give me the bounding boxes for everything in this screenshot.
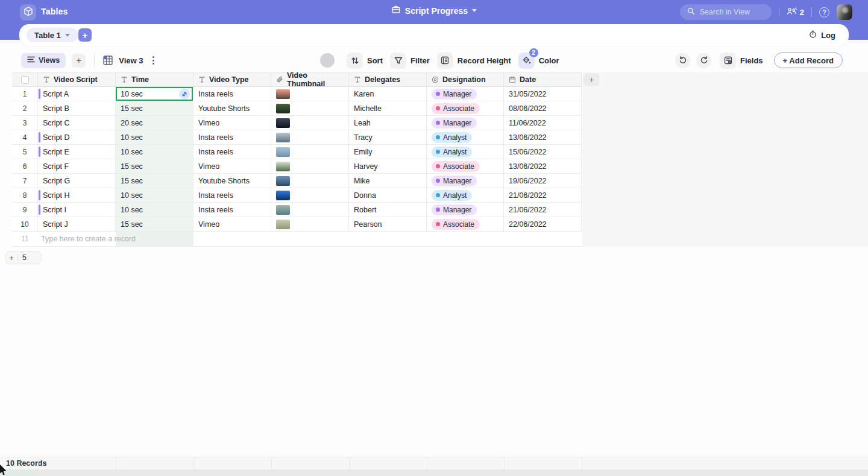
cell-video-thumbnail[interactable]	[271, 101, 349, 115]
cell-date[interactable]: 13/06/2022	[504, 159, 582, 173]
collapsed-tool-button[interactable]	[320, 53, 335, 68]
row-number[interactable]: 10	[12, 217, 38, 231]
cell-delegates[interactable]: Emily	[349, 145, 427, 159]
bottom-scrollbar-track[interactable]	[0, 469, 868, 476]
redo-button[interactable]	[696, 53, 711, 68]
checkbox[interactable]	[21, 76, 29, 84]
cell-time[interactable]: 10 sec	[116, 188, 193, 202]
new-record-row[interactable]: 11Type here to create a record	[12, 232, 582, 247]
column-header-video-script[interactable]: Video Script	[38, 73, 116, 86]
cell-date[interactable]: 19/06/2022	[504, 174, 582, 188]
tab-table-1[interactable]: Table 1	[27, 28, 78, 42]
cell-video-thumbnail[interactable]	[271, 188, 349, 202]
row-number[interactable]: 5	[12, 145, 38, 159]
cell-designation[interactable]: Associate	[427, 217, 504, 231]
collaborators-button[interactable]: 2	[787, 7, 804, 17]
views-button[interactable]: Views	[21, 53, 66, 68]
row-number[interactable]: 8	[12, 188, 38, 202]
cell-date[interactable]: 08/06/2022	[504, 101, 582, 115]
cell-video-thumbnail[interactable]	[271, 145, 349, 159]
row-number[interactable]: 9	[12, 203, 38, 217]
user-avatar[interactable]	[837, 4, 852, 20]
cell-time[interactable]: 10 sec	[116, 145, 193, 159]
grid-view-icon[interactable]	[103, 56, 113, 65]
cell-time[interactable]: 15 sec	[116, 159, 193, 173]
column-header-time[interactable]: Time	[116, 73, 193, 86]
cell-video-type[interactable]: Youtube Shorts	[193, 174, 271, 188]
view-menu-kebab-icon[interactable]	[149, 54, 158, 67]
column-header-date[interactable]: Date	[504, 73, 582, 86]
cell-delegates[interactable]: Tracy	[349, 130, 427, 144]
add-record-button[interactable]: + Add Record	[774, 52, 843, 68]
cell-video-script[interactable]: Script C	[38, 116, 116, 130]
add-rows-count[interactable]: 5	[18, 253, 41, 262]
cell-video-script[interactable]: Script G	[38, 174, 116, 188]
add-row-plus[interactable]: +	[5, 253, 18, 262]
cell-designation[interactable]: Analyst	[427, 130, 504, 144]
view-name[interactable]: View 3	[119, 56, 143, 65]
thumbnail-image[interactable]	[276, 205, 290, 215]
cell-time[interactable]: 20 sec	[116, 116, 193, 130]
cell-designation[interactable]: Manager	[427, 203, 504, 217]
row-number[interactable]: 6	[12, 159, 38, 173]
cell-video-thumbnail[interactable]	[271, 203, 349, 217]
cell-video-script[interactable]: Script I	[38, 203, 116, 217]
cell-date[interactable]: 21/06/2022	[504, 203, 582, 217]
thumbnail-image[interactable]	[276, 176, 290, 186]
thumbnail-image[interactable]	[276, 118, 290, 128]
cell-video-thumbnail[interactable]	[271, 174, 349, 188]
cell-delegates[interactable]: Michelle	[349, 101, 427, 115]
cell-time[interactable]: 10 sec	[116, 87, 193, 101]
thumbnail-image[interactable]	[276, 89, 290, 99]
thumbnail-image[interactable]	[276, 191, 290, 200]
cell-video-type[interactable]: Insta reels	[193, 188, 271, 202]
cell-video-script[interactable]: Script J	[38, 217, 116, 231]
base-title-menu[interactable]: Script Progress	[391, 5, 477, 16]
add-view-button[interactable]: +	[72, 54, 86, 68]
row-number[interactable]: 3	[12, 116, 38, 130]
cell-video-script[interactable]: Script D	[38, 130, 116, 144]
add-field-button[interactable]: +	[583, 73, 599, 86]
cell-delegates[interactable]: Pearson	[349, 217, 427, 231]
cell-video-thumbnail[interactable]	[271, 159, 349, 173]
cell-time[interactable]: 15 sec	[116, 101, 193, 115]
cell-designation[interactable]: Analyst	[427, 145, 504, 159]
thumbnail-image[interactable]	[276, 133, 290, 142]
cell-video-type[interactable]: Vimeo	[193, 116, 271, 130]
thumbnail-image[interactable]	[276, 162, 290, 171]
cell-delegates[interactable]: Donna	[349, 188, 427, 202]
cell-video-type[interactable]: Insta reels	[193, 145, 271, 159]
expand-record-button[interactable]	[179, 89, 190, 100]
cell-video-type[interactable]: Vimeo	[193, 159, 271, 173]
cell-video-thumbnail[interactable]	[271, 87, 349, 101]
cell-designation[interactable]: Manager	[427, 87, 504, 101]
thumbnail-image[interactable]	[276, 147, 290, 157]
cell-delegates[interactable]: Harvey	[349, 159, 427, 173]
cell-time[interactable]: 15 sec	[116, 217, 193, 231]
cell-date[interactable]: 21/06/2022	[504, 188, 582, 202]
row-number[interactable]: 2	[12, 101, 38, 115]
column-header-delegates[interactable]: Delegates	[349, 73, 427, 86]
cell-video-script[interactable]: Script H	[38, 188, 116, 202]
cell-designation[interactable]: Manager	[427, 116, 504, 130]
cell-video-thumbnail[interactable]	[271, 130, 349, 144]
cell-delegates[interactable]: Leah	[349, 116, 427, 130]
log-button[interactable]: Log	[804, 28, 840, 42]
cell-time[interactable]: 10 sec	[116, 203, 193, 217]
thumbnail-image[interactable]	[276, 104, 290, 113]
cell-video-thumbnail[interactable]	[271, 217, 349, 231]
cell-time[interactable]: 10 sec	[116, 130, 193, 144]
cell-video-script[interactable]: Script E	[38, 145, 116, 159]
cell-video-script[interactable]: Script A	[38, 87, 116, 101]
column-header-video-type[interactable]: Video Type	[193, 73, 271, 86]
cell-date[interactable]: 15/06/2022	[504, 145, 582, 159]
help-button[interactable]: ?	[819, 7, 829, 17]
cell-delegates[interactable]: Mike	[349, 174, 427, 188]
cell-video-type[interactable]: Youtube Shorts	[193, 101, 271, 115]
cell-video-thumbnail[interactable]	[271, 116, 349, 130]
cell-date[interactable]: 11/06/2022	[504, 116, 582, 130]
cell-video-type[interactable]: Insta reels	[193, 203, 271, 217]
column-header-designation[interactable]: Designation	[427, 73, 504, 86]
row-number[interactable]: 4	[12, 130, 38, 144]
cell-date[interactable]: 31/05/2022	[504, 87, 582, 101]
